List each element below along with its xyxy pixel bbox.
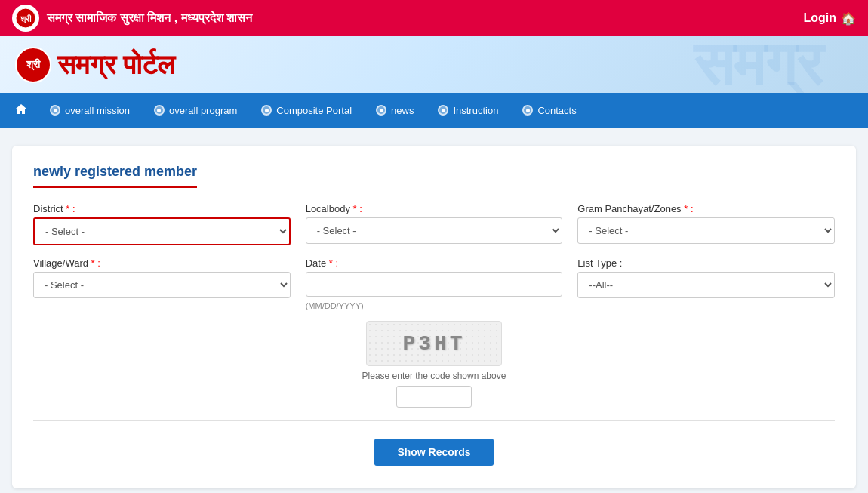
district-select[interactable]: - Select - [33, 217, 291, 245]
header-logo: श्री [12, 5, 39, 32]
nav-label-overall-mission: overall mission [65, 105, 130, 116]
date-input[interactable] [306, 272, 563, 297]
captcha-label: Please enter the code shown above [362, 371, 506, 381]
nav-dot [154, 105, 165, 116]
date-label: Date * : [306, 257, 563, 269]
gram-panchayat-label: Gram Panchayat/Zones * : [577, 203, 835, 214]
form-actions: Show Records [33, 433, 835, 466]
captcha-text: P3HT [402, 332, 465, 356]
village-ward-label: Village/Ward * : [33, 257, 291, 269]
village-ward-group: Village/Ward * : - Select - [33, 257, 291, 408]
login-label: Login [803, 11, 836, 25]
nav-dot [522, 105, 533, 116]
localbody-group: Localbody * : - Select - [306, 203, 563, 245]
form-row-1: District * : - Select - Localbody * : - … [33, 203, 835, 245]
nav-label-composite-portal: Composite Portal [276, 105, 352, 116]
date-required: * : [329, 257, 338, 269]
captcha-input[interactable] [396, 386, 472, 408]
date-hint: (MM/DD/YYYY) [306, 301, 563, 310]
nav-bar: overall mission overall program Composit… [0, 93, 868, 128]
nav-item-instruction[interactable]: Instruction [427, 100, 509, 121]
district-label: District * : [33, 203, 291, 214]
list-type-colon: : [620, 257, 623, 269]
login-link[interactable]: Login 🏠 [803, 11, 856, 26]
nav-dot [261, 105, 272, 116]
nav-dot [438, 105, 448, 116]
captcha-area: P3HT Please enter the code shown above [306, 321, 563, 408]
localbody-select[interactable]: - Select - [306, 217, 563, 244]
top-header-left: श्री समग्र सामाजिक सुरक्षा मिशन , मध्यप्… [12, 5, 252, 32]
nav-label-overall-program: overall program [169, 105, 237, 116]
list-type-select[interactable]: --All-- [577, 272, 835, 298]
portal-name: समग्र पोर्टल [57, 49, 175, 81]
main-content: newly registered member District * : - S… [0, 128, 868, 493]
district-group: District * : - Select - [33, 203, 291, 245]
nav-label-news: news [391, 105, 414, 116]
header-title: समग्र सामाजिक सुरक्षा मिशन , मध्यप्रदेश … [47, 11, 252, 25]
date-group: Date * : (MM/DD/YYYY) P3HT Please enter … [306, 257, 563, 408]
list-type-label: List Type : [577, 257, 835, 269]
nav-dot [376, 105, 386, 116]
nav-item-overall-mission[interactable]: overall mission [39, 100, 140, 121]
nav-item-news[interactable]: news [365, 100, 424, 121]
portal-logo: श्री समग्र पोर्टल [15, 47, 175, 83]
nav-label-instruction: Instruction [453, 105, 498, 116]
gram-panchayat-group: Gram Panchayat/Zones * : - Select - [577, 203, 835, 245]
show-records-button[interactable]: Show Records [374, 439, 493, 466]
village-required: * : [91, 257, 100, 269]
nav-label-contacts: Contacts [537, 105, 576, 116]
district-required: * : [66, 203, 75, 214]
top-header: श्री समग्र सामाजिक सुरक्षा मिशन , मध्यप्… [0, 0, 868, 36]
nav-dot [50, 105, 60, 116]
home-nav-icon [15, 103, 27, 118]
nav-item-contacts[interactable]: Contacts [512, 100, 586, 121]
form-title: newly registered member [33, 164, 197, 188]
form-card: newly registered member District * : - S… [12, 146, 856, 488]
portal-header: श्री समग्र पोर्टल समग्र [0, 36, 868, 93]
watermark: समग्र [694, 36, 823, 93]
nav-item-home[interactable] [6, 99, 36, 122]
localbody-label: Localbody * : [306, 203, 563, 214]
home-icon: 🏠 [841, 11, 856, 26]
village-ward-select[interactable]: - Select - [33, 272, 291, 298]
form-divider [33, 420, 835, 421]
localbody-required: * : [353, 203, 362, 214]
captcha-image: P3HT [366, 321, 502, 366]
gram-panchayat-select[interactable]: - Select - [577, 217, 835, 244]
list-type-group: List Type : --All-- [577, 257, 835, 408]
nav-item-overall-program[interactable]: overall program [143, 100, 248, 121]
form-row-2: Village/Ward * : - Select - Date * : (MM… [33, 257, 835, 408]
gram-required: * : [684, 203, 693, 214]
svg-text:श्री: श्री [20, 14, 32, 24]
nav-item-composite-portal[interactable]: Composite Portal [251, 100, 362, 121]
portal-logo-emblem: श्री [15, 47, 51, 83]
